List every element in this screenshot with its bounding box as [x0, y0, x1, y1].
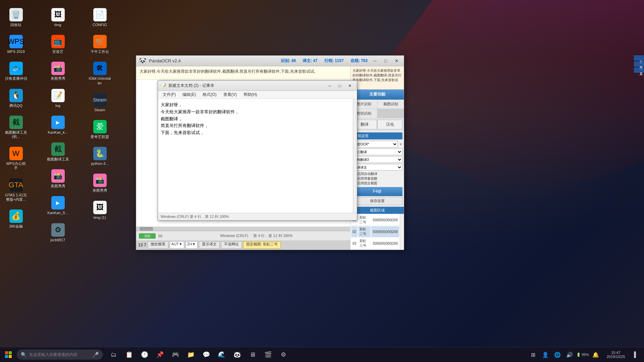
- taskbar-notification-icon[interactable]: 🔔: [590, 347, 601, 362]
- panda-f4-btn[interactable]: F4键: [352, 187, 402, 196]
- panda-translate-engine1-select[interactable]: 沪江翻译: [352, 148, 402, 155]
- desktop-icon-kankan[interactable]: ▶ KanKan_k...: [45, 114, 70, 136]
- desktop-icons-container: 🗑️ 回收站 WPS WPS 2019 🐟 沙鱼直播伴侣 🐧 腾讯QQ 截 截图…: [0, 3, 127, 251]
- taskbar-microphone-icon[interactable]: 🎤: [92, 352, 99, 358]
- taskbar-show-desktop-btn[interactable]: ▌: [631, 347, 641, 362]
- panda-status-item1: 50: [158, 234, 162, 238]
- desktop-icon-aiyunlian[interactable]: 📺 安装艺: [45, 34, 70, 55]
- crop-id: 02: [351, 226, 358, 237]
- notepad-maximize-button[interactable]: □: [335, 82, 344, 89]
- taskbar-game-btn[interactable]: 🎮: [168, 347, 183, 362]
- taskbar-user-icon[interactable]: 👤: [540, 347, 551, 362]
- desktop-icon-meitu3[interactable]: 📸 美图秀秀: [87, 172, 112, 194]
- panda-fixed-crop-checkbox[interactable]: 启用固定截图: [352, 181, 402, 186]
- panda-auto-select[interactable]: AUT▼: [170, 241, 184, 249]
- notepad-menu-format[interactable]: 格式(O): [200, 91, 219, 98]
- desktop-icon-python[interactable]: 🐍 python-3...: [87, 145, 112, 167]
- panda-minimize-button[interactable]: ─: [370, 57, 380, 65]
- desktop-icon-360fish[interactable]: 🐟 沙鱼直播伴侣: [3, 60, 29, 82]
- panda-settings-section: 常规设置 百度OCR* ▼ 沪江翻译 搜狗翻译3: [351, 131, 404, 207]
- panda-ocr-engine-select[interactable]: 百度OCR*: [352, 141, 398, 147]
- taskbar-gear-btn[interactable]: ⚙: [276, 347, 291, 362]
- taskbar-sound-icon[interactable]: 🔊: [564, 347, 575, 362]
- notepad-menu-view[interactable]: 查看(V): [221, 91, 239, 98]
- desktop-icon-iobit[interactable]: 🛠 IObit Uninstaller: [87, 60, 112, 86]
- desktop-icon-qianniu[interactable]: 🛒 千牛工作台: [87, 34, 112, 55]
- panda-translate-engine2-select[interactable]: 搜狗翻译3: [352, 156, 402, 163]
- desktop-icon-jietufy[interactable]: 截 截图翻译工具(明...: [3, 114, 29, 140]
- battery-indicator: 🔋 99%: [576, 353, 589, 357]
- svg-rect-3: [9, 355, 12, 358]
- desktop-icon-qq[interactable]: 🐧 腾讯QQ: [3, 87, 29, 109]
- panda-crop-scrollbar[interactable]: [400, 214, 404, 250]
- desktop-icon-config[interactable]: 📄 CONFIG: [87, 7, 112, 28]
- panda-nourl-btn[interactable]: 不读网址: [221, 241, 242, 249]
- desktop-icon-jscb9817[interactable]: ⚙ jscb9817: [45, 222, 70, 244]
- panda-reminder-checkbox[interactable]: 启用弹窗提醒: [352, 176, 402, 181]
- panda-auto-translate-label: 启用自动翻译: [357, 172, 377, 176]
- taskbar-clock-btn[interactable]: 🕐: [137, 347, 152, 362]
- panda-translate-display-select[interactable]: 翻译译文: [352, 164, 402, 171]
- panda-display-btn[interactable]: 显示译文: [199, 241, 220, 249]
- desktop-icon-jietufy2[interactable]: 截 截图翻译工具: [45, 141, 70, 163]
- panda-auto-translate-checkbox[interactable]: 启用自动翻译: [352, 172, 402, 176]
- taskbar-steam-btn[interactable]: 🌊: [214, 347, 229, 362]
- notepad-scrollbar[interactable]: [353, 99, 357, 213]
- notepad-content[interactable]: 大家好呀， 今天给大家推荐一款非常好的翻译软件， 截图翻译， 简直吊打所有翻译软…: [158, 99, 357, 206]
- taskbar-table-icon[interactable]: ⊞: [528, 347, 539, 362]
- right-annot-doc[interactable]: 文档: [634, 55, 644, 61]
- desktop-icon-iqiyi[interactable]: 爱 爱奇艺联盟: [87, 119, 112, 140]
- desktop-icon-meitu2[interactable]: 📸 美图秀秀: [45, 168, 70, 190]
- desktop-icon-wps2019[interactable]: WPS WPS 2019: [3, 34, 29, 55]
- panda-save-settings-btn[interactable]: 保存设置: [352, 197, 402, 205]
- notepad-menu-file[interactable]: 文件(F): [160, 91, 178, 98]
- right-annot-tools[interactable]: 工具: [634, 67, 644, 73]
- panda-scrollbar-h[interactable]: [136, 227, 350, 231]
- panda-main-func-btn[interactable]: 主要功能: [351, 89, 404, 100]
- desktop-icon-gta5[interactable]: GTA GTAS 1.41完整版+内置...: [3, 177, 29, 203]
- notepad-close-button[interactable]: ✕: [345, 82, 354, 89]
- notepad-status-text: Windows (CRLF) 第 4 行，第 12 列 100%: [161, 214, 229, 219]
- panda-crop-table-container: 01 彩虹二号 500|500|300|200 02 彩虹二号 500|500|…: [351, 214, 404, 250]
- right-annot-crop[interactable]: 截图区: [634, 61, 644, 67]
- desktop: 🗑️ 回收站 WPS WPS 2019 🐟 沙鱼直播伴侣 🐧 腾讯QQ 截 截图…: [0, 0, 644, 362]
- table-row[interactable]: 02 彩虹二号 500|500|300|200: [351, 226, 399, 237]
- taskbar-search-input[interactable]: [29, 352, 90, 357]
- panda-skin-btn[interactable]: 微软雅黑: [148, 241, 168, 249]
- taskbar-panda-btn[interactable]: 🐼: [230, 347, 245, 362]
- taskbar-network-icon[interactable]: 🌐: [552, 347, 563, 362]
- notepad-menu-help[interactable]: 帮助(H): [241, 91, 260, 98]
- desktop-icon-recycle[interactable]: 🗑️ 回收站: [3, 7, 29, 28]
- desktop-icon-steam[interactable]: Steam Steam: [87, 92, 112, 114]
- taskbar-clock[interactable]: 15:47 2019/10/25: [602, 347, 629, 362]
- desktop-icon-wps-office[interactable]: W WPS办公助手: [3, 145, 29, 172]
- panda-maximize-button[interactable]: □: [381, 57, 390, 65]
- notepad-minimize-button[interactable]: ─: [325, 82, 334, 89]
- taskbar-taskview-btn[interactable]: 🗂: [106, 347, 121, 362]
- table-row[interactable]: 01 彩虹二号 500|500|300|200: [351, 215, 399, 226]
- notepad-icon: 📝: [161, 83, 166, 88]
- panda-hanhua-btn[interactable]: 汉化: [377, 120, 402, 129]
- panda-close-button[interactable]: ✕: [392, 57, 401, 65]
- desktop-icon-log[interactable]: 📝 log: [45, 87, 70, 109]
- battery-percent: 99%: [582, 353, 589, 357]
- panda-crop-recognize-btn[interactable]: 截图识别: [377, 100, 404, 109]
- notepad-menu-edit[interactable]: 编辑(E): [180, 91, 199, 98]
- taskbar-start-button[interactable]: [0, 347, 17, 362]
- taskbar-media-btn[interactable]: 🎬: [261, 347, 275, 362]
- panda-fixed-region-btn[interactable]: 固定截图: 彩虹二号: [243, 241, 281, 249]
- taskbar-search-box[interactable]: 🔍 🎤: [17, 350, 103, 360]
- taskbar-folder-btn[interactable]: 📁: [183, 347, 198, 362]
- desktop-icon-360[interactable]: 💰 360金融: [3, 208, 29, 230]
- desktop-icon-timg2[interactable]: 🖼 timg (1): [87, 199, 112, 221]
- taskbar-pin-btn[interactable]: 📌: [153, 347, 167, 362]
- desktop-icon-kankan2[interactable]: ▶ KanKan_S...: [45, 195, 70, 217]
- taskbar-wechat-btn[interactable]: 💬: [199, 347, 214, 362]
- desktop-icon-meitu1[interactable]: 📸 美图秀秀: [45, 60, 70, 82]
- taskbar-monitor-btn[interactable]: 🖥: [245, 347, 260, 362]
- taskbar-clipboard-btn[interactable]: 📋: [122, 347, 137, 362]
- table-row[interactable]: 03 彩虹三号 500|500|300|200: [351, 238, 399, 249]
- desktop-icon-timg[interactable]: 🖼 timg: [45, 7, 70, 28]
- panda-lang-select[interactable]: ZH▼: [185, 241, 198, 249]
- panda-crop-scroll[interactable]: 01 彩虹二号 500|500|300|200 02 彩虹二号 500|500|…: [351, 214, 400, 250]
